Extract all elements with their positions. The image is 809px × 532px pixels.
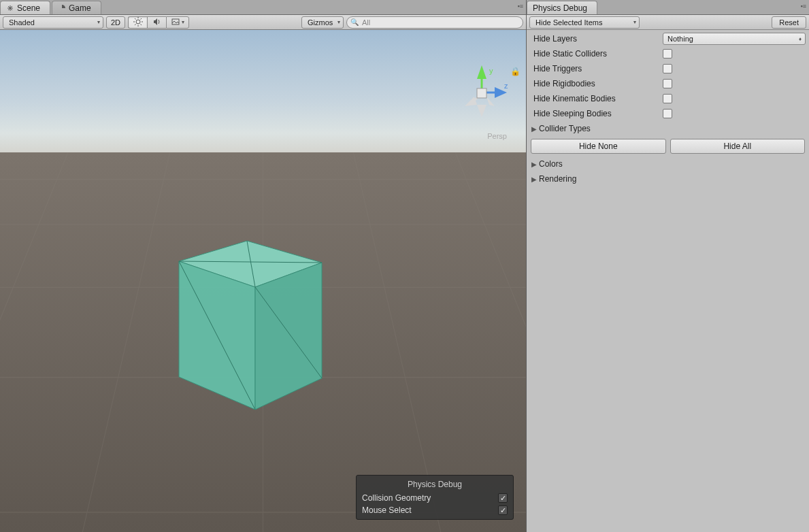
svg-marker-39 bbox=[486, 97, 495, 106]
tab-scene[interactable]: Scene bbox=[0, 1, 50, 14]
sun-icon bbox=[133, 17, 143, 28]
physics-debug-toolbar: Hide Selected Items Reset bbox=[527, 15, 809, 30]
reset-label: Reset bbox=[779, 18, 799, 27]
label: Hide Static Colliders bbox=[533, 49, 663, 59]
tab-physics-debug[interactable]: Physics Debug bbox=[527, 1, 597, 14]
svg-marker-36 bbox=[465, 97, 477, 106]
tab-physics-debug-label: Physics Debug bbox=[533, 3, 587, 13]
gizmos-label: Gizmos bbox=[308, 18, 333, 27]
gizmos-dropdown[interactable]: Gizmos bbox=[301, 16, 344, 29]
hide-mode-dropdown[interactable]: Hide Selected Items bbox=[529, 16, 640, 29]
row-hide-static-colliders: Hide Static Colliders bbox=[529, 46, 806, 61]
chevron-down-icon: ▾ bbox=[182, 19, 184, 25]
mouse-select-checkbox[interactable]: ✓ bbox=[498, 505, 508, 515]
scene-toggles: ▾ bbox=[128, 16, 189, 29]
row-hide-sleeping-bodies: Hide Sleeping Bodies bbox=[529, 106, 806, 121]
scene-cube[interactable] bbox=[174, 220, 337, 411]
physics-debug-overlay: Physics Debug Collision Geometry ✓ Mouse… bbox=[356, 475, 514, 520]
overlay-row-mouse-select: Mouse Select ✓ bbox=[361, 504, 509, 516]
audio-toggle[interactable] bbox=[147, 16, 166, 29]
chevron-right-icon: ▶ bbox=[529, 161, 539, 168]
tab-game-label: Game bbox=[69, 3, 91, 13]
row-hide-layers: Hide Layers Nothing bbox=[529, 31, 806, 46]
overlay-row-collision-geometry: Collision Geometry ✓ bbox=[361, 492, 509, 504]
foldout-rendering[interactable]: ▶ Rendering bbox=[529, 171, 806, 186]
search-placeholder: All bbox=[362, 18, 370, 27]
mode-2d-label: 2D bbox=[111, 18, 120, 27]
label-hide-layers: Hide Layers bbox=[533, 34, 663, 44]
foldout-collider-types[interactable]: ▶ Collider Types bbox=[529, 121, 806, 136]
hide-layers-dropdown[interactable]: Nothing bbox=[663, 33, 806, 45]
reset-button[interactable]: Reset bbox=[772, 16, 806, 29]
hide-mode-label: Hide Selected Items bbox=[535, 18, 602, 27]
row-hide-triggers: Hide Triggers bbox=[529, 61, 806, 76]
mode-2d-toggle[interactable]: 2D bbox=[106, 16, 125, 29]
overlay-label: Collision Geometry bbox=[362, 493, 431, 503]
label: Hide Sleeping Bodies bbox=[533, 109, 663, 118]
foldout-colors[interactable]: ▶ Colors bbox=[529, 156, 806, 171]
scene-icon bbox=[6, 4, 14, 12]
svg-line-20 bbox=[54, 152, 170, 532]
hide-buttons-row: Hide None Hide All bbox=[529, 136, 806, 156]
svg-point-4 bbox=[136, 20, 140, 24]
lock-icon[interactable]: 🔒 bbox=[510, 67, 521, 76]
hide-triggers-checkbox[interactable] bbox=[663, 64, 672, 73]
collision-geometry-checkbox[interactable]: ✓ bbox=[498, 493, 508, 503]
shading-dropdown[interactable]: Shaded bbox=[3, 16, 103, 29]
hide-none-label: Hide None bbox=[579, 142, 618, 151]
axis-z-label: z bbox=[504, 82, 508, 90]
image-icon bbox=[171, 17, 180, 28]
physics-debug-panel: Physics Debug ▪≡ Hide Selected Items Res… bbox=[527, 0, 809, 532]
hide-layers-value: Nothing bbox=[667, 35, 693, 43]
chevron-right-icon: ▶ bbox=[529, 125, 539, 133]
overlay-label: Mouse Select bbox=[362, 505, 412, 515]
audio-icon bbox=[152, 17, 162, 28]
scene-viewport[interactable]: y z 🔒 Persp Physics Debug Collision Geom… bbox=[0, 30, 526, 532]
search-input[interactable]: All bbox=[346, 16, 523, 29]
shading-label: Shaded bbox=[9, 18, 35, 27]
svg-line-12 bbox=[135, 24, 136, 25]
svg-line-10 bbox=[140, 24, 142, 25]
svg-rect-40 bbox=[477, 88, 486, 98]
foldout-label: Collider Types bbox=[539, 124, 591, 133]
scene-panel: Scene Game ▪≡ Shaded 2D bbox=[0, 0, 527, 532]
axis-y-label: y bbox=[489, 67, 493, 75]
svg-marker-27 bbox=[255, 263, 322, 410]
foldout-label: Colors bbox=[539, 159, 563, 169]
panel-menu-icon[interactable]: ▪≡ bbox=[518, 3, 523, 10]
hide-none-button[interactable]: Hide None bbox=[531, 139, 666, 154]
svg-marker-38 bbox=[477, 105, 486, 117]
hide-static-colliders-checkbox[interactable] bbox=[663, 49, 672, 59]
orientation-gizmo[interactable]: y z bbox=[451, 64, 512, 125]
svg-marker-32 bbox=[477, 65, 486, 79]
hide-all-button[interactable]: Hide All bbox=[670, 139, 806, 154]
overlay-title: Physics Debug bbox=[361, 478, 509, 492]
lighting-toggle[interactable] bbox=[128, 16, 147, 29]
projection-label[interactable]: Persp bbox=[487, 132, 507, 140]
fx-toggle[interactable]: ▾ bbox=[166, 16, 189, 29]
sky-background bbox=[0, 30, 526, 159]
panel-menu-icon[interactable]: ▪≡ bbox=[801, 3, 806, 10]
svg-line-11 bbox=[140, 18, 142, 20]
game-icon bbox=[58, 4, 66, 12]
svg-line-9 bbox=[135, 18, 136, 20]
hide-all-label: Hide All bbox=[723, 142, 751, 151]
tab-scene-label: Scene bbox=[17, 3, 40, 13]
hide-rigidbodies-checkbox[interactable] bbox=[663, 79, 672, 88]
label: Hide Kinematic Bodies bbox=[533, 94, 663, 103]
foldout-label: Rendering bbox=[539, 174, 576, 184]
hide-kinematic-bodies-checkbox[interactable] bbox=[663, 94, 672, 103]
physics-debug-body: Hide Layers Nothing Hide Static Collider… bbox=[527, 30, 809, 532]
chevron-right-icon: ▶ bbox=[529, 176, 539, 183]
tab-bar: Scene Game ▪≡ bbox=[0, 0, 526, 15]
label: Hide Rigidbodies bbox=[533, 79, 663, 88]
row-hide-rigidbodies: Hide Rigidbodies bbox=[529, 76, 806, 91]
hide-sleeping-bodies-checkbox[interactable] bbox=[663, 109, 672, 118]
svg-line-19 bbox=[0, 152, 68, 532]
row-hide-kinematic-bodies: Hide Kinematic Bodies bbox=[529, 91, 806, 106]
scene-toolbar: Shaded 2D bbox=[0, 15, 526, 30]
tab-game[interactable]: Game bbox=[52, 1, 101, 14]
label: Hide Triggers bbox=[533, 64, 663, 73]
right-tab-bar: Physics Debug ▪≡ bbox=[527, 0, 809, 15]
